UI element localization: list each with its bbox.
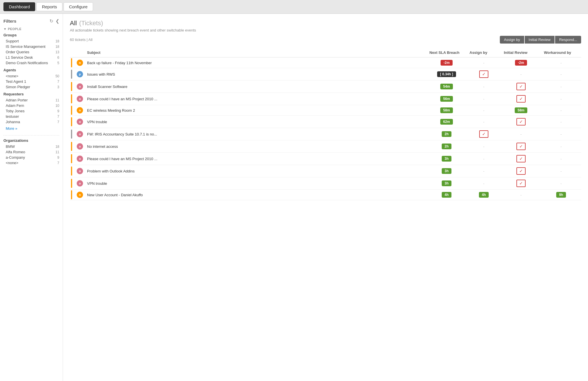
row-sla: -2m	[427, 57, 467, 68]
table-row[interactable]: oInstall Scanner Software54m-✓-	[70, 80, 581, 93]
sidebar-item-req-toby[interactable]: Toby Jones 9	[3, 108, 59, 114]
row-assign-by: -	[467, 165, 501, 177]
organizations-heading: Organizations	[3, 138, 59, 143]
initial-review-button[interactable]: Initial Review	[525, 36, 555, 44]
table-row[interactable]: oPlease could I have an MS Project 2010 …	[70, 153, 581, 165]
sidebar-item-l1-service[interactable]: L1 Service Desk 6	[3, 55, 59, 60]
page-title: All	[70, 19, 77, 27]
row-avatar: o	[76, 153, 84, 165]
row-indicator	[70, 140, 76, 153]
nav-configure[interactable]: Configure	[64, 2, 93, 11]
row-workaround: -	[541, 68, 581, 80]
col-indicator	[70, 48, 76, 57]
sidebar-item-demo-crash[interactable]: Demo Crash Notifications 5	[3, 60, 59, 66]
row-subject[interactable]: New User Account - Daniel Akuffo	[84, 190, 427, 200]
row-subject[interactable]: Issues with RWS	[84, 68, 427, 80]
table-row[interactable]: oFW: IRIS Accountancy Suite 10.7.1 is no…	[70, 128, 581, 140]
row-subject[interactable]: VPN trouble	[84, 177, 427, 190]
row-workaround: -	[541, 128, 581, 140]
sidebar-item-req-testuser[interactable]: testuser 7	[3, 114, 59, 119]
row-sla: 2h	[427, 128, 467, 140]
row-avatar: n	[76, 190, 84, 200]
more-requesters-link[interactable]: More »	[3, 125, 59, 132]
sidebar-item-req-adrian[interactable]: Adrian Porter 11	[3, 97, 59, 103]
table-row[interactable]: nBack up failure - Friday 11th November-…	[70, 57, 581, 68]
assign-by-button[interactable]: Assign by	[500, 36, 524, 44]
col-workaround-header: Workaround by	[541, 48, 581, 57]
row-subject[interactable]: No internet access	[84, 140, 427, 153]
row-subject[interactable]: Problem with Outlook Addins	[84, 165, 427, 177]
row-subject[interactable]: Back up failure - Friday 11th November	[84, 57, 427, 68]
table-row[interactable]: oProblem with Outlook Addins3h-✓-	[70, 165, 581, 177]
row-indicator	[70, 128, 76, 140]
sidebar-item-agent-test1[interactable]: Test Agent 1 7	[3, 79, 59, 84]
row-workaround: -	[541, 177, 581, 190]
row-sla: 54m	[427, 80, 467, 93]
row-workaround: -	[541, 116, 581, 128]
row-workaround: -	[541, 165, 581, 177]
sidebar-item-support[interactable]: Support 18	[3, 38, 59, 44]
row-subject[interactable]: Please could I have an MS Project 2010 .…	[84, 153, 427, 165]
sidebar-item-agent-none[interactable]: <none> 50	[3, 73, 59, 79]
row-workaround: -	[541, 93, 581, 105]
page-title-suffix: (Tickets)	[79, 19, 103, 27]
sidebar-item-org-alfa[interactable]: Alfa Romeo 11	[3, 149, 59, 155]
sidebar-item-req-adam[interactable]: Adam Fern 10	[3, 103, 59, 108]
row-indicator	[70, 105, 76, 116]
col-avatar	[76, 48, 84, 57]
tickets-table: Subject Next SLA Breach Assign by Initia…	[70, 48, 581, 200]
row-assign-by: -	[467, 80, 501, 93]
row-assign-by: -	[467, 105, 501, 116]
row-sla: 3h	[427, 177, 467, 190]
section-divider	[3, 135, 59, 135]
row-assign-by: 4h	[467, 190, 501, 200]
row-sla: 56m	[427, 93, 467, 105]
sidebar-item-agent-simon[interactable]: Simon Pledger 3	[3, 84, 59, 90]
row-subject[interactable]: Please could I have an MS Project 2010 .…	[84, 93, 427, 105]
row-avatar: n	[76, 57, 84, 68]
main-content: All (Tickets) All actionable tickets sho…	[63, 14, 588, 381]
sidebar-item-is-service[interactable]: IS Service Management 18	[3, 44, 59, 49]
row-avatar: o	[76, 140, 84, 153]
people-section-toggle[interactable]: ▼ PEOPLE	[3, 27, 59, 31]
table-row[interactable]: nEC wireless Meeting Room 258m-58m-	[70, 105, 581, 116]
respond-button[interactable]: Respond...	[555, 36, 581, 44]
table-row[interactable]: oVPN trouble3h-✓-	[70, 177, 581, 190]
row-sla: 3h	[427, 153, 467, 165]
refresh-icon[interactable]: ↻	[50, 18, 53, 24]
collapse-icon[interactable]: ❮	[56, 18, 59, 24]
row-avatar: o	[76, 165, 84, 177]
page-title-row: All (Tickets)	[70, 19, 581, 27]
nav-dashboard[interactable]: Dashboard	[3, 2, 35, 11]
groups-heading: Groups	[3, 33, 59, 37]
row-assign-by: -	[467, 93, 501, 105]
row-subject[interactable]: VPN trouble	[84, 116, 427, 128]
sidebar-title: Filters	[3, 19, 16, 23]
table-row[interactable]: pIssues with RWS[ 0.34h ]✓--	[70, 68, 581, 80]
row-subject[interactable]: Install Scanner Software	[84, 80, 427, 93]
row-assign-by: -	[467, 57, 501, 68]
sidebar-item-org-acompany[interactable]: a-Company 9	[3, 155, 59, 160]
table-row[interactable]: oPlease could I have an MS Project 2010 …	[70, 93, 581, 105]
sidebar-item-org-bmw[interactable]: BMW 18	[3, 144, 59, 149]
row-avatar: o	[76, 128, 84, 140]
sidebar-item-req-johanna[interactable]: Johanna 7	[3, 119, 59, 125]
row-sla: 2h	[427, 140, 467, 153]
row-sla: 3h	[427, 165, 467, 177]
row-initial-review: ✓	[501, 140, 541, 153]
table-row[interactable]: nNew User Account - Daniel Akuffo4h4h-9h	[70, 190, 581, 200]
agents-heading: Agents	[3, 68, 59, 72]
sidebar-controls: ↻ ❮	[50, 18, 59, 24]
col-assign-header: Assign by	[467, 48, 501, 57]
table-row[interactable]: oVPN trouble62m-✓-	[70, 116, 581, 128]
main-layout: Filters ↻ ❮ ▼ PEOPLE Groups Support 18 I…	[0, 14, 588, 381]
sidebar-item-org-none[interactable]: <none> 7	[3, 160, 59, 166]
row-subject[interactable]: FW: IRIS Accountancy Suite 10.7.1 is no.…	[84, 128, 427, 140]
sidebar-item-order-queries[interactable]: Order Queries 13	[3, 49, 59, 55]
row-indicator	[70, 80, 76, 93]
table-row[interactable]: oNo internet access2h-✓-	[70, 140, 581, 153]
row-subject[interactable]: EC wireless Meeting Room 2	[84, 105, 427, 116]
row-workaround: -	[541, 80, 581, 93]
row-initial-review: -2m	[501, 57, 541, 68]
nav-reports[interactable]: Reports	[36, 2, 62, 11]
